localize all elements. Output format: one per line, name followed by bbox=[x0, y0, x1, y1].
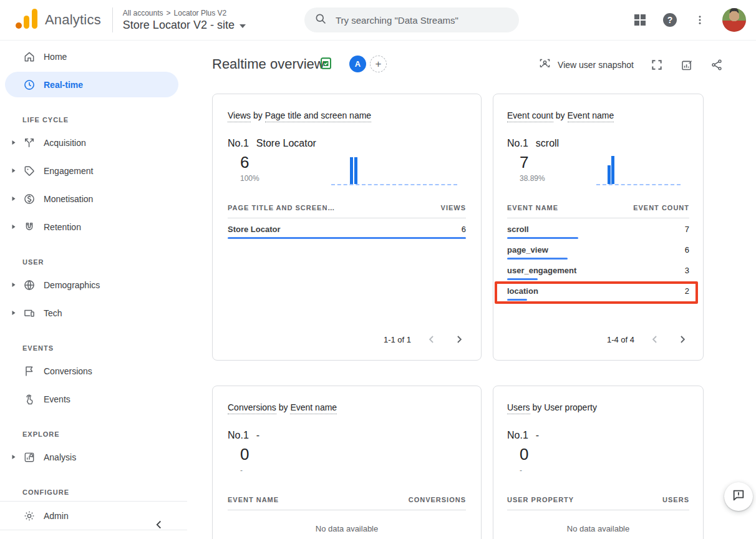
card-title-part[interactable]: Event name bbox=[290, 402, 337, 414]
app-name: Analytics bbox=[45, 12, 101, 28]
more-vertical-icon[interactable] bbox=[692, 12, 707, 27]
card-title-part[interactable]: Conversions bbox=[228, 402, 276, 414]
top-item-line: No.1- bbox=[228, 430, 466, 441]
comparison-chip[interactable]: A bbox=[349, 56, 366, 72]
feedback-button[interactable] bbox=[724, 482, 753, 511]
table-header: EVENT NAMECONVERSIONS bbox=[228, 496, 466, 510]
column-header: USERS bbox=[662, 496, 689, 503]
fullscreen-icon[interactable] bbox=[650, 58, 664, 72]
expand-arrow-icon[interactable] bbox=[11, 140, 17, 145]
sparkline-bar bbox=[350, 157, 353, 184]
avatar[interactable] bbox=[722, 8, 746, 32]
sidebar-item-events[interactable]: Events bbox=[0, 385, 187, 413]
expand-arrow-icon[interactable] bbox=[11, 454, 17, 460]
column-header: CONVERSIONS bbox=[409, 496, 466, 503]
sidebar-item-demographics[interactable]: Demographics bbox=[0, 271, 187, 299]
table-row[interactable]: Store Locator6 bbox=[228, 218, 466, 239]
card-title-part[interactable]: Event count bbox=[507, 110, 553, 122]
card-title-part[interactable]: Views bbox=[228, 110, 251, 122]
top-item-line: No.1- bbox=[507, 430, 689, 441]
retention-icon bbox=[22, 220, 36, 234]
expand-arrow-icon[interactable] bbox=[11, 310, 17, 316]
top-app-bar: Analytics All accounts > Locator Plus V2… bbox=[0, 0, 756, 41]
chevron-right-icon[interactable] bbox=[452, 333, 466, 346]
table-row[interactable]: location2 bbox=[507, 280, 689, 301]
sidebar-item-tech[interactable]: Tech bbox=[0, 299, 187, 327]
sidebar-item-retention[interactable]: Retention bbox=[0, 213, 187, 241]
sidebar-item-acquisition[interactable]: Acquisition bbox=[0, 129, 187, 157]
header-divider bbox=[112, 7, 113, 32]
card-event-count-by-event-name: Event count by Event nameNo.1scroll738.8… bbox=[493, 94, 704, 361]
column-header: EVENT COUNT bbox=[633, 204, 689, 211]
sidebar-item-home[interactable]: Home bbox=[0, 42, 187, 70]
sidebar-nav: HomeReal-timeLIFE CYCLEAcquisitionEngage… bbox=[0, 40, 187, 530]
pagination-label: 1-4 of 4 bbox=[607, 335, 634, 344]
breadcrumb-current[interactable]: Locator Plus V2 bbox=[174, 9, 227, 17]
sidebar-item-real-time[interactable]: Real-time bbox=[0, 70, 187, 99]
flag-icon bbox=[22, 364, 36, 378]
analytics-logo[interactable]: Analytics bbox=[14, 7, 101, 33]
sidebar-section-configure: CONFIGURE bbox=[0, 471, 187, 501]
chevron-right-icon[interactable] bbox=[676, 333, 689, 346]
green-doc-check-icon[interactable] bbox=[319, 57, 332, 72]
help-icon[interactable]: ? bbox=[662, 12, 677, 27]
card-title-part[interactable]: Page title and screen name bbox=[265, 110, 371, 122]
no-data-text: No data available bbox=[507, 524, 689, 533]
sidebar-collapse-button[interactable] bbox=[152, 518, 167, 533]
chevron-left-icon[interactable] bbox=[648, 333, 662, 346]
card-title: Views by Page title and screen name bbox=[228, 108, 466, 123]
card-title: Users by User property bbox=[507, 400, 689, 415]
gear-icon bbox=[22, 509, 36, 523]
row-name: Store Locator bbox=[228, 225, 281, 234]
chevron-down-icon bbox=[240, 24, 246, 28]
sparkline-bar bbox=[611, 156, 614, 184]
sidebar-item-conversions[interactable]: Conversions bbox=[0, 357, 187, 385]
rank-label: No.1 bbox=[507, 138, 528, 149]
chart-edit-icon[interactable] bbox=[680, 58, 694, 72]
page-title: Realtime overview bbox=[212, 56, 324, 72]
card-title-part[interactable]: Event name bbox=[568, 110, 614, 122]
user-snapshot-icon bbox=[538, 57, 551, 72]
monetisation-icon bbox=[22, 192, 36, 206]
metric-block: 0- bbox=[507, 445, 689, 481]
card-title: Conversions by Event name bbox=[228, 400, 466, 415]
view-user-snapshot-button[interactable]: View user snapshot bbox=[538, 57, 634, 72]
metric-value: 0 bbox=[240, 445, 249, 464]
row-value-bar bbox=[228, 237, 466, 239]
sidebar-item-engagement[interactable]: Engagement bbox=[0, 157, 187, 185]
table-header: PAGE TITLE AND SCREEN…VIEWS bbox=[228, 204, 466, 218]
table-header: USER PROPERTYUSERS bbox=[507, 496, 689, 510]
expand-arrow-icon[interactable] bbox=[11, 168, 17, 173]
sidebar-section-explore: EXPLORE bbox=[0, 413, 187, 443]
breadcrumb: All accounts > Locator Plus V2 Store Loc… bbox=[123, 9, 246, 32]
sidebar-item-monetisation[interactable]: Monetisation bbox=[0, 185, 187, 213]
table-row[interactable]: user_engagement3 bbox=[507, 260, 689, 280]
apps-grid-icon[interactable] bbox=[632, 12, 647, 27]
expand-arrow-icon[interactable] bbox=[11, 196, 17, 202]
sidebar-item-label: Conversions bbox=[44, 366, 92, 376]
breadcrumb-path[interactable]: All accounts bbox=[123, 9, 163, 17]
add-comparison-button[interactable]: + bbox=[370, 56, 387, 72]
search-bar[interactable] bbox=[304, 7, 519, 32]
table-row[interactable]: scroll7 bbox=[507, 218, 689, 239]
search-input[interactable] bbox=[334, 14, 505, 26]
row-value: 6 bbox=[685, 245, 689, 255]
card-title-part[interactable]: Users bbox=[507, 402, 530, 414]
home-icon bbox=[22, 50, 36, 64]
table-row[interactable]: page_view6 bbox=[507, 239, 689, 260]
tech-icon bbox=[22, 306, 36, 320]
chevron-left-icon[interactable] bbox=[425, 333, 439, 346]
expand-arrow-icon[interactable] bbox=[11, 282, 17, 288]
sidebar-item-label: Demographics bbox=[44, 280, 100, 290]
sidebar-item-label: Events bbox=[44, 394, 70, 404]
row-name: location bbox=[507, 286, 538, 296]
sidebar-section-life-cycle: LIFE CYCLE bbox=[0, 99, 187, 129]
feedback-bubble-icon bbox=[732, 488, 745, 505]
rank-label: No.1 bbox=[507, 430, 528, 441]
sidebar-item-analysis[interactable]: Analysis bbox=[0, 443, 187, 471]
metric-value: 7 bbox=[520, 153, 528, 172]
expand-arrow-icon[interactable] bbox=[11, 224, 17, 230]
property-selector[interactable]: Store Locator V2 - site bbox=[123, 19, 246, 32]
sparkline-chart bbox=[596, 155, 681, 185]
share-icon[interactable] bbox=[710, 58, 724, 72]
